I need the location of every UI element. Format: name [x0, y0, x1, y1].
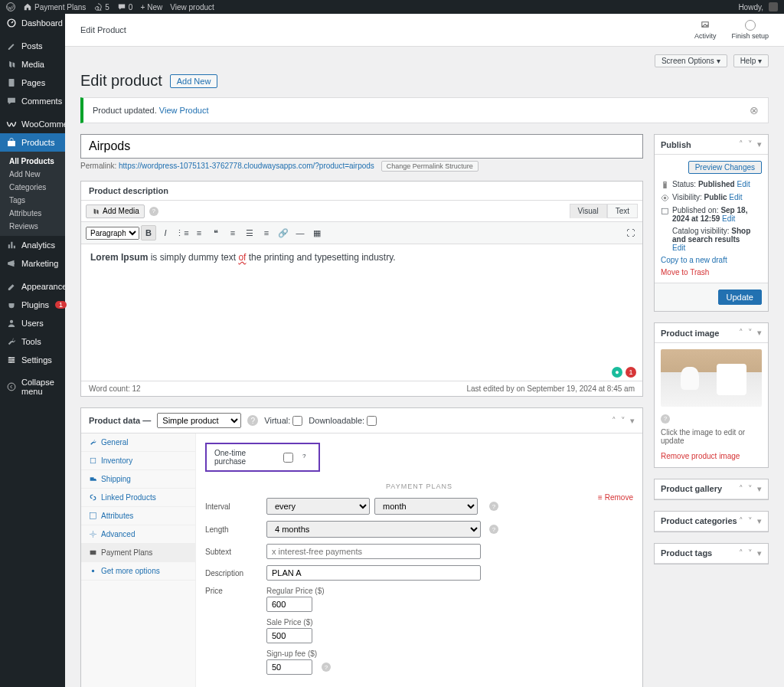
virtual-checkbox[interactable]: [292, 416, 302, 426]
copy-draft-link[interactable]: Copy to a new draft: [661, 256, 727, 264]
permalink-url[interactable]: https://wordpress-1075131-3762778.cloudw…: [119, 162, 374, 170]
tab-inventory[interactable]: Inventory: [81, 452, 195, 470]
interval-every-select[interactable]: every: [266, 498, 370, 515]
product-type-select[interactable]: Simple product: [157, 413, 241, 428]
toggle-icon[interactable]: ▾: [757, 484, 762, 494]
tab-attributes[interactable]: Attributes: [81, 507, 195, 525]
menu-woocommerce[interactable]: WooCommerce: [0, 115, 65, 133]
one-time-purchase-checkbox[interactable]: [283, 453, 293, 463]
dismiss-notice-icon[interactable]: ⊗: [750, 104, 759, 116]
menu-users[interactable]: Users: [0, 314, 65, 332]
subtext-input[interactable]: [266, 544, 481, 559]
menu-dashboard[interactable]: Dashboard: [0, 14, 65, 32]
paragraph-select[interactable]: Paragraph: [86, 227, 139, 240]
add-new-button[interactable]: Add New: [170, 74, 218, 88]
edit-status-link[interactable]: Edit: [737, 180, 750, 188]
submenu-attributes[interactable]: Attributes: [0, 207, 65, 220]
move-down-icon[interactable]: ˅: [748, 139, 753, 149]
view-product-link[interactable]: View Product: [159, 106, 209, 115]
menu-plugins[interactable]: Plugins1: [0, 296, 65, 314]
preview-changes-button[interactable]: Preview Changes: [688, 161, 762, 174]
move-up-icon[interactable]: ˄: [739, 516, 743, 526]
visual-tab[interactable]: Visual: [570, 204, 607, 218]
menu-analytics[interactable]: Analytics: [0, 236, 65, 254]
help-button[interactable]: Help ▾: [733, 54, 769, 67]
tab-linked[interactable]: Linked Products: [81, 489, 195, 507]
edit-catalog-link[interactable]: Edit: [672, 244, 685, 252]
move-up-icon[interactable]: ˄: [739, 548, 743, 558]
toggle-icon[interactable]: ▾: [757, 548, 762, 558]
editor-content[interactable]: Lorem Ipsum is simply dummy text of the …: [81, 244, 642, 367]
plan-description-input[interactable]: [266, 565, 481, 581]
wp-logo[interactable]: [6, 2, 15, 11]
toggle-icon[interactable]: ▾: [757, 516, 762, 526]
tab-advanced[interactable]: Advanced: [81, 525, 195, 544]
menu-posts[interactable]: Posts: [0, 37, 65, 55]
text-tab[interactable]: Text: [607, 204, 638, 218]
submenu-tags[interactable]: Tags: [0, 194, 65, 207]
number-list-icon[interactable]: ≡: [191, 225, 207, 240]
submenu-reviews[interactable]: Reviews: [0, 220, 65, 233]
help-icon[interactable]: ?: [322, 662, 331, 672]
view-product-link[interactable]: View product: [170, 3, 214, 11]
readability-badge[interactable]: 1: [626, 367, 636, 378]
help-icon[interactable]: ?: [661, 414, 670, 424]
align-center-icon[interactable]: ☰: [242, 225, 257, 240]
move-down-icon[interactable]: ˅: [748, 516, 753, 526]
menu-products[interactable]: Products: [0, 133, 65, 152]
new-content[interactable]: + New: [140, 3, 162, 11]
italic-icon[interactable]: I: [158, 225, 173, 240]
move-up-icon[interactable]: ˄: [739, 139, 743, 149]
regular-price-input[interactable]: [266, 597, 312, 612]
link-icon[interactable]: 🔗: [276, 225, 291, 240]
finish-setup-button[interactable]: Finish setup: [731, 20, 769, 40]
help-icon[interactable]: ?: [247, 415, 258, 426]
signup-fee-input[interactable]: [266, 659, 312, 675]
fullscreen-icon[interactable]: ⛶: [622, 225, 638, 240]
help-icon[interactable]: ?: [149, 207, 158, 216]
move-up-icon[interactable]: ˄: [612, 416, 616, 426]
toggle-icon[interactable]: ▾: [757, 328, 762, 338]
tab-get-more[interactable]: Get more options: [81, 562, 195, 581]
toolbar-toggle-icon[interactable]: ▦: [309, 225, 325, 240]
downloadable-checkbox[interactable]: [367, 416, 377, 426]
sale-price-input[interactable]: [266, 628, 312, 643]
update-button[interactable]: Update: [718, 290, 762, 305]
help-icon[interactable]: ?: [489, 525, 498, 534]
downloadable-checkbox-label[interactable]: Downloadable:: [309, 416, 377, 426]
move-down-icon[interactable]: ˅: [748, 548, 753, 558]
comments-count[interactable]: 0: [117, 2, 133, 11]
site-home[interactable]: Payment Plans: [23, 2, 86, 11]
product-image-thumbnail[interactable]: [661, 349, 762, 407]
screen-options-button[interactable]: Screen Options ▾: [655, 54, 727, 67]
activity-button[interactable]: Activity: [694, 20, 717, 40]
toggle-icon[interactable]: ▾: [630, 416, 635, 426]
submenu-categories[interactable]: Categories: [0, 181, 65, 194]
add-media-button[interactable]: Add Media: [86, 204, 145, 218]
bullet-list-icon[interactable]: ⋮≡: [175, 225, 190, 240]
tab-general[interactable]: General: [81, 433, 195, 452]
edit-date-link[interactable]: Edit: [722, 214, 735, 223]
menu-appearance[interactable]: Appearance: [0, 277, 65, 296]
move-down-icon[interactable]: ˅: [748, 328, 753, 338]
virtual-checkbox-label[interactable]: Virtual:: [264, 416, 302, 426]
move-up-icon[interactable]: ˄: [739, 484, 743, 494]
menu-settings[interactable]: Settings: [0, 351, 65, 369]
submenu-add-new[interactable]: Add New: [0, 168, 65, 181]
menu-pages[interactable]: Pages: [0, 74, 65, 92]
submenu-all-products[interactable]: All Products: [0, 155, 65, 168]
updates-count[interactable]: 5: [93, 2, 109, 11]
edit-visibility-link[interactable]: Edit: [729, 193, 742, 201]
menu-comments[interactable]: Comments: [0, 92, 65, 110]
menu-marketing[interactable]: Marketing: [0, 254, 65, 273]
quote-icon[interactable]: ❝: [208, 225, 224, 240]
move-up-icon[interactable]: ˄: [739, 328, 743, 338]
tab-shipping[interactable]: Shipping: [81, 470, 195, 489]
change-permalink-button[interactable]: Change Permalink Structure: [381, 161, 479, 172]
bold-icon[interactable]: B: [141, 225, 156, 240]
menu-collapse[interactable]: Collapse menu: [0, 374, 65, 400]
interval-unit-select[interactable]: month: [374, 498, 478, 515]
align-right-icon[interactable]: ≡: [259, 225, 274, 240]
tab-payment-plans[interactable]: Payment Plans: [81, 544, 195, 562]
move-down-icon[interactable]: ˅: [621, 416, 626, 426]
